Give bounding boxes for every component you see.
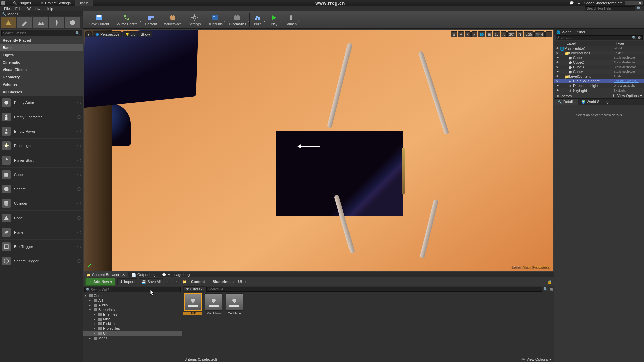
help-icon[interactable]: ⓘ	[77, 158, 81, 163]
visibility-icon[interactable]	[555, 47, 560, 50]
asset-search-input[interactable]	[206, 287, 542, 292]
close-button[interactable]: ✕	[637, 1, 643, 5]
transform-scale-icon[interactable]: ⤢	[471, 31, 477, 37]
category-all-classes[interactable]: All Classes	[0, 88, 83, 96]
title-tab-main[interactable]: Main	[75, 0, 93, 6]
visibility-icon[interactable]	[555, 66, 560, 69]
actor-sphere-trigger[interactable]: Sphere Triggerⓘ	[0, 254, 83, 268]
outliner-row-levelcontent[interactable]: 📁LevelContentFolder	[554, 74, 644, 79]
help-search-icon[interactable]: 🔍	[635, 6, 643, 11]
outliner-row-cube[interactable]: ⬟CubeStaticMeshActor	[554, 55, 644, 60]
cloud-icon[interactable]: ☁	[575, 1, 582, 5]
actor-box-trigger[interactable]: Box Triggerⓘ	[0, 240, 83, 254]
tree-item-enemies[interactable]: ▸Enemies	[83, 312, 182, 317]
filters-button[interactable]: ▼ Filters ▾	[183, 286, 205, 292]
actor-sphere[interactable]: Sphereⓘ	[0, 182, 83, 196]
nav-forward-button[interactable]: →	[173, 279, 179, 285]
chat-icon[interactable]: 💬	[568, 1, 575, 5]
help-icon[interactable]: ⓘ	[77, 244, 81, 249]
save-all-button[interactable]: 💾 Save All	[139, 278, 163, 285]
help-icon[interactable]: ⓘ	[77, 129, 81, 134]
viewport[interactable]: ▾ 🔷 Perspective 💡 Lit Show ⊕ ✥ ⟲ ⤢ 🌐 ▦ 1…	[84, 30, 553, 271]
transform-select-icon[interactable]: ⊕	[451, 31, 457, 37]
toolbar-launch[interactable]: Launch▼	[282, 12, 300, 28]
actor-point-light[interactable]: Point Lightⓘ	[0, 139, 83, 153]
tree-item-maps[interactable]: ▸Maps	[83, 336, 182, 340]
mode-landscape-icon[interactable]	[33, 17, 48, 28]
visibility-icon[interactable]	[555, 61, 560, 64]
visibility-icon[interactable]	[555, 56, 560, 59]
outliner-row-bp-sky-sphere[interactable]: ●BP_Sky_SphereEdit BP_Sky_Sp...	[554, 79, 644, 83]
grid-snap-value[interactable]: 10	[493, 31, 500, 37]
outliner-column-headers[interactable]: LabelType	[554, 41, 644, 46]
help-icon[interactable]: ⓘ	[77, 230, 81, 235]
help-icon[interactable]: ⓘ	[77, 100, 81, 105]
toolbar-source-control[interactable]: Source Control▼	[112, 12, 142, 28]
transform-rotate-icon[interactable]: ⟲	[465, 31, 471, 37]
menu-edit[interactable]: Edit	[13, 7, 24, 11]
nav-back-button[interactable]: ←	[165, 279, 171, 285]
outliner-row-cube3[interactable]: ⬟Cube3StaticMeshActor	[554, 65, 644, 69]
outliner-row-directionallight[interactable]: ☀DirectionalLightDirectionalLight	[554, 83, 644, 88]
visibility-icon[interactable]	[555, 80, 560, 83]
menu-window[interactable]: Window	[24, 7, 43, 11]
minimize-button[interactable]: ─	[625, 1, 631, 5]
actor-empty-character[interactable]: Empty Characterⓘ	[0, 110, 83, 124]
visibility-icon[interactable]	[555, 75, 560, 78]
folder-search-input[interactable]: 🔍	[84, 287, 181, 292]
toolbar-build[interactable]: Build▼	[250, 12, 266, 28]
actor-player-start[interactable]: Player Startⓘ	[0, 153, 83, 168]
tab-output-log[interactable]: 📄 Output Log	[128, 272, 159, 277]
toolbar-cinematics[interactable]: Cinematics▼	[226, 12, 249, 28]
category-cinematic[interactable]: Cinematic	[0, 59, 83, 66]
category-basic[interactable]: Basic	[0, 44, 83, 51]
viewport-canvas[interactable]	[84, 30, 553, 271]
outliner-view-options[interactable]: 👁 View Options ▾	[612, 94, 642, 98]
outliner-search-input[interactable]: 🔍 ⚙	[556, 35, 643, 40]
category-visual-effects[interactable]: Visual Effects	[0, 66, 83, 73]
outliner-row-cube2[interactable]: ⬟Cube2StaticMeshActor	[554, 60, 644, 65]
actor-cone[interactable]: Coneⓘ	[0, 211, 83, 225]
viewport-options-dropdown[interactable]: ▾	[85, 31, 92, 37]
asset-quitmenu[interactable]: QuitMenu	[225, 293, 244, 315]
help-icon[interactable]: ⓘ	[77, 187, 81, 192]
visibility-icon[interactable]	[555, 52, 560, 55]
mode-geometry-icon[interactable]	[65, 17, 80, 28]
tree-item-pickups[interactable]: ▸PickUps	[83, 321, 182, 326]
lock-icon[interactable]: 🔒	[547, 280, 552, 284]
visibility-icon[interactable]	[555, 89, 560, 92]
help-icon[interactable]: ⓘ	[77, 143, 81, 148]
category-recently-placed[interactable]: Recently Placed	[0, 37, 83, 44]
help-icon[interactable]: ⓘ	[77, 259, 81, 264]
actor-empty-pawn[interactable]: Empty Pawnⓘ	[0, 124, 83, 139]
asset-hud[interactable]: HUD	[183, 293, 202, 315]
outliner-row-main-editor-[interactable]: 🌐Main (Editor)World	[554, 46, 644, 51]
angle-snap-icon[interactable]: △	[501, 31, 507, 37]
tab-message-log[interactable]: 💬 Message Log	[159, 272, 193, 277]
tab-world-settings[interactable]: 🌍 World Settings	[578, 99, 614, 105]
viewport-perspective-dropdown[interactable]: 🔷 Perspective	[93, 31, 122, 37]
visibility-icon[interactable]	[555, 70, 560, 73]
tab-content-browser[interactable]: 📁 Content Browser ✕	[83, 272, 128, 278]
actor-plane[interactable]: Planeⓘ	[0, 225, 83, 240]
angle-snap-value[interactable]: 10°	[507, 31, 516, 37]
help-icon[interactable]: ⓘ	[77, 216, 81, 221]
category-volumes[interactable]: Volumes	[0, 81, 83, 88]
transform-translate-icon[interactable]: ✥	[458, 31, 464, 37]
outliner-row-levelbounds[interactable]: 📁LevelBoundsFolder	[554, 51, 644, 55]
import-button[interactable]: ⬇ Import	[117, 278, 137, 285]
mode-paint-icon[interactable]	[17, 17, 32, 28]
toolbar-content[interactable]: Content	[142, 12, 160, 28]
category-lights[interactable]: Lights	[0, 51, 83, 59]
tree-item-blueprints[interactable]: ▾Blueprints	[83, 307, 182, 312]
view-options-button[interactable]: 👁 View Options ▾	[521, 357, 551, 362]
help-icon[interactable]: ⓘ	[77, 115, 81, 120]
outliner-row-cube4[interactable]: ⬟Cube4StaticMeshActor	[554, 69, 644, 74]
maximize-button[interactable]: ▢	[631, 1, 637, 5]
toolbar-save-current[interactable]: Save Current	[86, 12, 112, 28]
actor-empty-actor[interactable]: Empty Actorⓘ	[0, 96, 83, 110]
help-search-input[interactable]	[585, 6, 635, 11]
breadcrumb[interactable]: 📁 Content› Blueprints› UI›	[181, 280, 247, 284]
toolbar-settings[interactable]: Settings▼	[185, 12, 204, 28]
add-new-button[interactable]: ＋ Add New ▾	[85, 278, 115, 286]
